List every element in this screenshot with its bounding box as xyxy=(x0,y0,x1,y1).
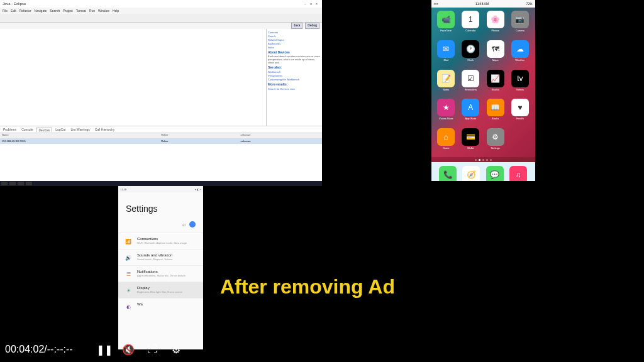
profile-avatar[interactable] xyxy=(189,221,196,228)
app-health[interactable]: ♥Health xyxy=(509,99,531,124)
fullscreen-button[interactable]: ⛶ xyxy=(145,342,160,357)
perspective-java[interactable]: Java xyxy=(291,23,303,29)
app-icon: ☁ xyxy=(511,40,529,58)
settings-item-icon: ◐ xyxy=(125,303,132,310)
settings-item-title: Display xyxy=(137,286,197,290)
settings-item-connections[interactable]: 📶ConnectionsWi-Fi, Bluetooth, Airplane m… xyxy=(118,233,203,249)
app-label: Books xyxy=(492,117,499,120)
app-icon: 📖 xyxy=(487,99,504,116)
app-camera[interactable]: 📷Camera xyxy=(509,11,531,36)
menu-search[interactable]: Search xyxy=(50,9,60,13)
maximize-button[interactable]: □ xyxy=(310,2,314,6)
menu-navigate[interactable]: Navigate xyxy=(35,9,47,13)
col-1 xyxy=(82,133,162,138)
app-stocks[interactable]: 📈Stocks xyxy=(484,70,506,96)
app-icon: 📈 xyxy=(487,70,504,87)
app-maps[interactable]: 🗺Maps xyxy=(484,40,506,66)
eclipse-ide-window: Java - Eclipse – □ × FileEditRefactorNav… xyxy=(0,0,322,181)
app-clock[interactable]: 🕐Clock xyxy=(460,40,482,66)
settings-item-notifications[interactable]: ☰NotificationsApp notifications, Status … xyxy=(118,265,203,282)
settings-item-wa[interactable]: ◐Wa xyxy=(118,298,203,314)
window-controls: – □ × xyxy=(304,2,319,6)
app-icon: 💳 xyxy=(462,128,479,146)
mute-button[interactable]: 🔇 xyxy=(121,342,136,357)
app-settings[interactable]: ⚙Settings xyxy=(484,128,506,154)
settings-gear-button[interactable]: ⚙ xyxy=(169,342,184,357)
dock-app-icon[interactable]: ♫ xyxy=(509,166,527,181)
app-photos[interactable]: 🌸Photos xyxy=(484,11,506,36)
app-label: Weather xyxy=(515,58,525,62)
menu-file[interactable]: File xyxy=(3,9,8,13)
settings-item-subtitle: Wi-Fi, Bluetooth, Airplane mode, Data us… xyxy=(137,241,197,244)
menu-run[interactable]: Run xyxy=(89,9,95,13)
app-icon: 🌸 xyxy=(487,11,504,28)
app-home[interactable]: ⌂Home xyxy=(435,128,457,154)
app-mail[interactable]: ✉Mail xyxy=(435,40,457,66)
help-sa-0[interactable]: Workbench xyxy=(268,70,321,74)
bottom-tabs: ProblemsConsoleDevicesLogCatLint Warning… xyxy=(0,126,322,133)
devices-header: Name Online unknown xyxy=(0,133,322,138)
tab-logcat[interactable]: LogCat xyxy=(53,128,67,131)
help-index-link[interactable]: Index xyxy=(268,46,321,49)
app-label: Camera xyxy=(516,29,525,32)
app-icon: ⚙ xyxy=(487,128,504,146)
app-weather[interactable]: ☁Weather xyxy=(509,40,531,66)
help-more-item[interactable]: Search for Devices view xyxy=(268,87,321,90)
help-related-link[interactable]: Related Topics xyxy=(268,38,321,41)
app-app-store[interactable]: AApp Store xyxy=(460,99,482,124)
app-calendar[interactable]: 1Calendar xyxy=(460,11,482,36)
help-contents-link[interactable]: Contents xyxy=(268,31,321,34)
search-icon[interactable]: ⌕ xyxy=(182,221,186,228)
menu-help[interactable]: Help xyxy=(113,9,119,13)
tab-lint-warnings[interactable]: Lint Warnings xyxy=(69,128,91,131)
pause-button[interactable]: ❚❚ xyxy=(97,342,112,357)
window-title: Java - Eclipse xyxy=(3,2,26,6)
help-bookmarks-link[interactable]: Bookmarks xyxy=(268,42,321,45)
help-panel: Contents Search Related Topics Bookmarks… xyxy=(267,29,322,126)
tab-devices[interactable]: Devices xyxy=(36,128,52,132)
page-indicator xyxy=(431,157,535,162)
android-settings-screen: 11:48 ▾ ◧ ▪ Settings ⌕ 📶ConnectionsWi-Fi… xyxy=(118,186,203,349)
app-books[interactable]: 📖Books xyxy=(484,99,506,124)
help-sa-2[interactable]: Customizing the Workbench xyxy=(268,78,321,81)
app-videos[interactable]: tvVideos xyxy=(509,70,531,96)
android-quadrant: 11:48 ▾ ◧ ▪ Settings ⌕ 📶ConnectionsWi-Fi… xyxy=(0,181,322,362)
device-row[interactable]: 192.168.43.102:5555 Online unknown xyxy=(0,138,322,144)
close-button[interactable]: × xyxy=(316,2,319,6)
perspective-debug[interactable]: Debug xyxy=(305,23,319,29)
menu-refactor[interactable]: Refactor xyxy=(19,9,31,13)
dock-app-icon[interactable]: 💬 xyxy=(486,166,504,181)
app-facetime[interactable]: 📹FaceTime xyxy=(435,11,457,36)
signal-icon: •••• xyxy=(434,2,438,6)
start-button[interactable] xyxy=(1,182,8,185)
taskbar-item[interactable] xyxy=(18,182,24,185)
menu-bar: FileEditRefactorNavigateSearchProjectTom… xyxy=(0,8,322,14)
menu-window[interactable]: Window xyxy=(98,9,109,13)
settings-item-icon: ☰ xyxy=(125,270,132,278)
app-label: Home xyxy=(443,146,450,150)
tab-console[interactable]: Console xyxy=(19,128,35,131)
app-wallet[interactable]: 💳Wallet xyxy=(460,128,482,154)
app-icon: ☑ xyxy=(462,70,479,87)
app-reminders[interactable]: ☑Reminders xyxy=(460,70,482,96)
taskbar-item[interactable] xyxy=(9,182,16,185)
app-label: Wallet xyxy=(467,146,474,150)
ios-home-grid: 📹FaceTime1Calendar🌸Photos📷Camera✉Mail🕐Cl… xyxy=(431,8,535,157)
dock-app-icon[interactable]: 🧭 xyxy=(462,166,480,181)
minimize-button[interactable]: – xyxy=(304,2,308,6)
tab-problems[interactable]: Problems xyxy=(1,128,18,131)
app-itunes-store[interactable]: ★iTunes Store xyxy=(435,99,457,124)
taskbar-item[interactable] xyxy=(26,182,32,185)
app-notes[interactable]: 📝Notes xyxy=(435,70,457,96)
help-search-link[interactable]: Search xyxy=(268,35,321,38)
tab-call-hierarchy[interactable]: Call Hierarchy xyxy=(93,128,116,131)
menu-tomcat[interactable]: Tomcat xyxy=(76,9,86,13)
help-sa-1[interactable]: Perspectives xyxy=(268,74,321,77)
settings-item-display[interactable]: ☀DisplayBrightness, Blue light filter, H… xyxy=(118,282,203,298)
settings-item-sounds[interactable]: 🔊Sounds and vibrationSound mode, Rington… xyxy=(118,249,203,265)
dock-app-icon[interactable]: 📞 xyxy=(439,166,457,181)
editor-area[interactable] xyxy=(0,29,267,126)
menu-edit[interactable]: Edit xyxy=(11,9,16,13)
ios-status-bar: •••• 11:48 AM 72% xyxy=(431,0,535,8)
menu-project[interactable]: Project xyxy=(63,9,73,13)
